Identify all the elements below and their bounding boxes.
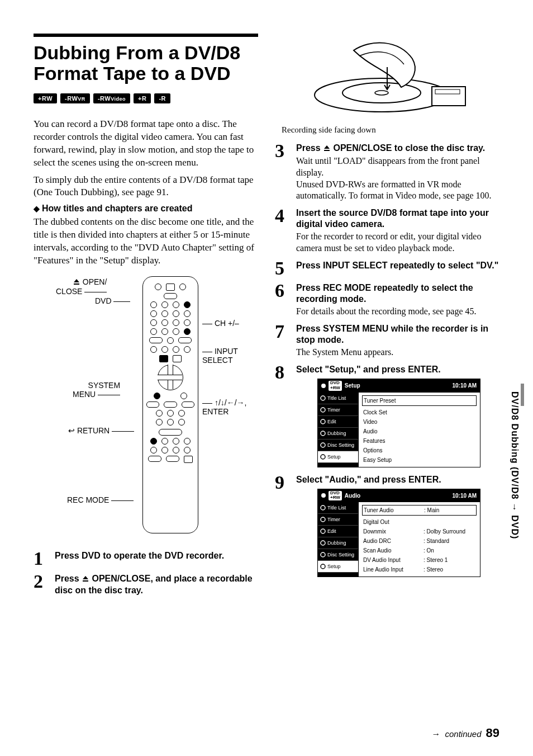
menu-main-item: Clock Set [362,408,477,417]
menu-item-icon [320,407,326,413]
menu-main-item: Digital Out [362,517,477,527]
menu-item-icon [320,528,326,534]
menu-item-icon [320,431,326,436]
menu-side-item: Timer [318,404,358,416]
step-4: 4 Insert the source DV/D8 format tape in… [275,207,499,254]
label-rec-mode: REC MODE [67,495,134,504]
rec-icon [321,384,326,388]
label-system-menu: SYSTEM MENU [73,381,120,399]
menu-item-icon [320,395,326,401]
menu-side-item: Setup [318,451,358,463]
label-arrows-enter: ↑/↓/←/→, ENTER [202,398,246,416]
menu-side-item: Setup [318,561,358,573]
step-7: 7 Press SYSTEM MENU while the recorder i… [275,323,499,358]
side-tab-bar [521,384,524,406]
audio-menu: DVD+RWAudio 10:10 AM Title ListTimerEdit… [317,489,480,578]
eject-icon [323,143,331,154]
badge-minus-rw-video: -RWVideo [93,93,130,103]
step-number: 6 [275,282,291,318]
continue-arrow-icon: → [431,729,440,739]
disc-insert-illustration [275,34,499,123]
step-number: 9 [275,474,291,579]
step-head: Press OPEN/CLOSE to close the disc tray. [296,143,499,154]
menu-side-item: Edit [318,526,358,537]
intro-paragraph-1: You can record a DV/D8 format tape onto … [34,118,258,169]
menu-main-item: Audio [362,427,477,436]
illustration-caption: Recording side facing down [282,125,499,135]
menu-main-item: Video [362,417,477,427]
step-5: 5 Press INPUT SELECT repeatedly to selec… [275,260,499,277]
page-number: 89 [486,726,499,740]
menu-main-item: Line Audio Input: Stereo [362,565,477,574]
menu-side-item: Dubbing [318,428,358,440]
menu-side-item: Disc Setting [318,549,358,561]
step-1: 1 Press DVD to operate the DVD recorder. [34,550,258,568]
menu-item-icon [320,540,326,546]
badge-plus-r: +R [134,93,151,103]
menu-time: 10:10 AM [452,382,477,389]
step-3: 3 Press OPEN/CLOSE to close the disc tra… [275,143,499,202]
step-number: 2 [34,573,49,597]
svg-point-9 [321,431,325,436]
page-title: Dubbing From a DV/D8 Format Tape to a DV… [34,42,258,84]
subheading-body: The dubbed contents on the disc become o… [34,216,258,267]
menu-time: 10:10 AM [452,493,477,499]
step-head: Select "Setup," and press ENTER. [296,364,499,375]
svg-point-15 [321,541,325,545]
menu-main-item: Tuner Preset [362,395,477,406]
menu-item-icon [320,517,326,522]
step-number: 5 [275,260,291,277]
step-head: Press SYSTEM MENU while the recorder is … [296,323,499,346]
svg-point-17 [321,564,325,569]
menu-main-item: Easy Setup [362,455,477,465]
label-input-select: INPUT SELECT [202,347,238,365]
step-number: 8 [275,364,291,469]
menu-item-icon [320,505,326,511]
menu-item-icon [320,454,326,460]
continued-label: continued [445,729,481,739]
step-body-text: For the recorder to record or edit, your… [296,231,499,254]
side-tab-label: DV/D8 Dubbing (DV/D8 → DVD) [510,391,520,539]
step-body-text: For details about the recording mode, se… [296,306,499,318]
menu-item-icon [320,442,326,448]
svg-point-6 [321,396,325,400]
rec-icon [321,493,326,498]
step-6: 6 Press REC MODE repeatedly to select th… [275,282,499,318]
arrow-pad [158,365,183,390]
menu-side-item: Disc Setting [318,440,358,451]
badge-minus-r: -R [154,93,170,103]
step-number: 1 [34,550,49,568]
return-icon: ↩ [68,426,75,435]
menu-main-item: Tuner Audio: Main [362,505,477,516]
step-number: 3 [275,143,291,202]
menu-side-item: Edit [318,416,358,428]
badge-minus-rw-vr: -RWVR [60,93,90,103]
menu-side-item: Title List [318,502,358,514]
step-head: Insert the source DV/D8 format tape into… [296,207,499,230]
eject-icon [73,277,80,287]
label-dvd: DVD [95,296,130,305]
eject-icon [82,574,89,585]
step-2: 2 Press OPEN/CLOSE, and place a recordab… [34,573,258,597]
menu-main-item: Features [362,436,477,446]
subheading-titles-chapters: How titles and chapters are created [34,204,258,214]
svg-point-16 [321,552,325,557]
label-open-close: OPEN/ CLOSE [56,277,107,296]
menu-item-icon [320,552,326,557]
step-head: Press INPUT SELECT repeatedly to select … [296,260,499,271]
step-number: 4 [275,207,291,254]
menu-main-item: Options [362,446,477,455]
intro-paragraph-2: To simply dub the entire contents of a D… [34,174,258,200]
badge-plus-rw: +RW [34,93,57,103]
label-return: ↩ RETURN [68,426,134,435]
svg-point-8 [321,419,325,424]
menu-side-item: Timer [318,514,358,526]
label-ch: CH +/– [202,319,239,328]
svg-point-12 [321,505,325,510]
svg-point-11 [321,455,325,459]
step-number: 7 [275,323,291,358]
remote-diagram: OPEN/ CLOSE DVD CH +/– INPUT SELECT SYST… [34,276,258,545]
menu-main-item: Scan Audio: On [362,546,477,555]
remote-outline [142,276,198,533]
svg-point-14 [321,529,325,533]
